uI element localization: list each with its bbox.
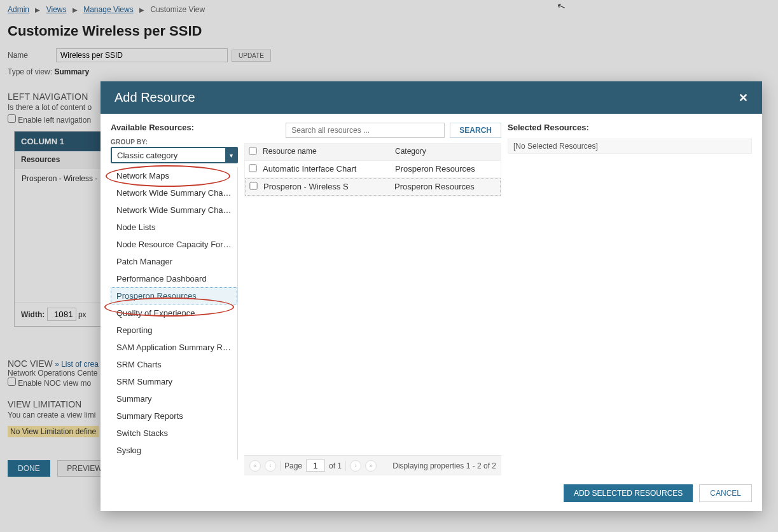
prev-page-icon[interactable]: ‹ [265,460,276,472]
group-item[interactable]: Network Wide Summary Char... [111,184,237,201]
column-category: Category [395,147,497,157]
page-label: Page [284,461,302,470]
row-checkbox[interactable] [249,182,257,189]
group-item[interactable]: Summary [111,390,237,407]
row-category: Prosperon Resources [394,182,496,192]
group-item[interactable]: Patch Manager [111,253,237,270]
row-checkbox[interactable] [249,164,256,172]
group-by-select[interactable]: Classic category ▾ [111,147,238,163]
paging-display-text: Displaying properties 1 - 2 of 2 [392,461,496,470]
group-item[interactable]: Prosperon Resources [111,287,237,304]
table-row[interactable]: Prosperon - Wireless SProsperon Resource… [245,178,501,196]
add-resource-modal: Add Resource ✕ Available Resources: GROU… [101,81,762,511]
group-item[interactable]: Quality of Experience [111,304,237,322]
search-input[interactable] [286,123,445,138]
search-button[interactable]: SEARCH [450,123,501,138]
pager: « ‹ Page of 1 › » Displaying properties … [244,455,501,475]
next-page-icon[interactable]: › [350,460,361,472]
group-item[interactable]: Network Maps [111,167,237,184]
group-by-value: Classic category [112,151,225,160]
group-item[interactable]: Thwack [111,459,237,460]
first-page-icon[interactable]: « [249,460,261,472]
add-selected-resources-button[interactable]: ADD SELECTED RESOURCES [564,484,693,502]
last-page-icon[interactable]: » [365,460,377,472]
group-item[interactable]: Performance Dashboard [111,270,237,287]
resources-table: Resource name Category Automatic Interfa… [244,143,501,196]
close-icon[interactable]: ✕ [739,91,748,105]
chevron-down-icon: ▾ [225,148,237,162]
group-item[interactable]: Network Wide Summary Char... [111,201,237,219]
group-item[interactable]: Syslog [111,442,237,459]
group-item[interactable]: Node Resource Capacity Fore... [111,236,237,253]
table-row[interactable]: Automatic Interface ChartProsperon Resou… [245,161,501,178]
group-item[interactable]: Switch Stacks [111,425,237,442]
selected-resources-label: Selected Resources: [508,123,752,132]
row-name: Prosperon - Wireless S [263,182,394,192]
page-input[interactable] [306,460,325,472]
page-of: of 1 [329,461,342,470]
no-selected-resources: [No Selected Resources] [508,139,752,154]
modal-title: Add Resource [115,90,195,105]
group-item[interactable]: SAM Application Summary Re... [111,339,237,356]
row-category: Prosperon Resources [395,164,497,174]
group-list[interactable]: Network MapsNetwork Wide Summary Char...… [111,167,238,460]
cancel-button[interactable]: CANCEL [699,484,752,502]
row-name: Automatic Interface Chart [263,164,395,174]
column-resource-name: Resource name [263,147,395,157]
select-all-checkbox[interactable] [249,147,256,154]
group-by-label: GROUP BY: [111,139,238,146]
group-item[interactable]: SRM Summary [111,373,237,390]
group-item[interactable]: SRM Charts [111,356,237,373]
available-resources-label: Available Resources: [111,123,238,132]
group-item[interactable]: Summary Reports [111,407,237,425]
group-item[interactable]: Reporting [111,322,237,339]
group-item[interactable]: Node Lists [111,219,237,236]
